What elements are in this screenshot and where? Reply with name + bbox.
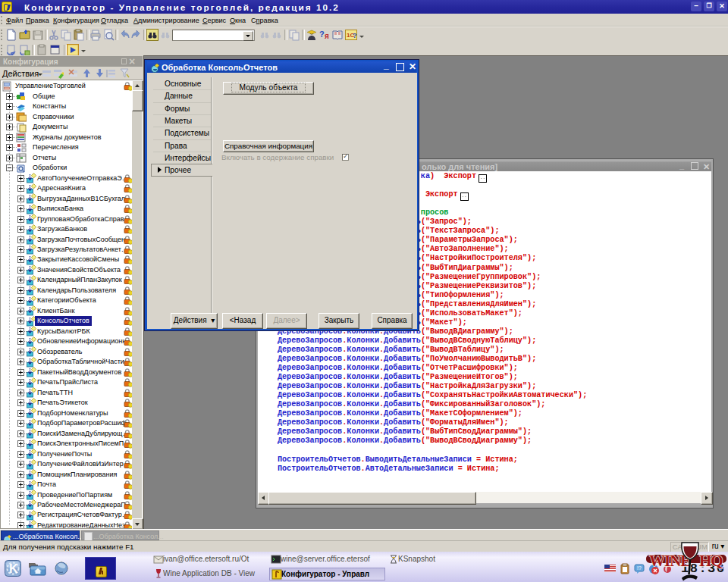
svg-text:HQ: HQ [699, 552, 723, 570]
svg-text:K: K [9, 562, 18, 575]
svg-text:я: я [325, 32, 329, 40]
svg-text:?: ? [353, 32, 357, 39]
svg-text:?: ? [319, 30, 325, 39]
svg-text:!?: !? [637, 565, 642, 571]
